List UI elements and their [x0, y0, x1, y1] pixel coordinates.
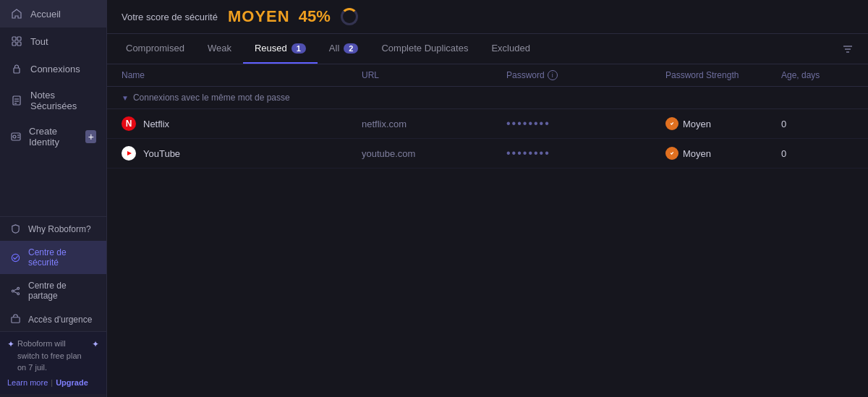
identity-icon	[10, 131, 22, 142]
name-cell-youtube: YouTube	[122, 146, 362, 161]
strength-youtube: Moyen	[665, 147, 781, 160]
tab-excluded-label: Excluded	[491, 43, 529, 54]
svg-point-14	[17, 287, 20, 289]
lock-icon	[10, 62, 23, 75]
sidebar-item-connexions[interactable]: Connexions	[0, 55, 106, 82]
strength-label-netflix: Moyen	[683, 119, 711, 129]
tab-reused-badge: 1	[292, 43, 306, 54]
svg-rect-4	[14, 68, 20, 73]
home-icon	[10, 7, 23, 20]
score-percent: 45%	[299, 7, 331, 26]
password-youtube: ••••••••	[506, 147, 665, 160]
sidebar-item-create-identity[interactable]: Create Identity +	[0, 119, 106, 155]
table-row[interactable]: YouTube youtube.com •••••••• Moyen 0	[107, 139, 868, 168]
tab-compromised[interactable]: Compromised	[114, 34, 196, 64]
sidebar-item-home[interactable]: Accueil	[0, 0, 106, 27]
name-cell-netflix: N Netflix	[122, 116, 362, 131]
table-row[interactable]: N Netflix netflix.com •••••••• Moyen 0	[107, 109, 868, 139]
group-label: Connexions avec le même mot de passe	[133, 93, 290, 103]
col-age: Age, days	[781, 70, 854, 80]
tab-excluded[interactable]: Excluded	[480, 34, 541, 64]
score-label: Votre score de sécurité	[122, 12, 218, 22]
sidebar-item-security[interactable]: Centre de sécurité	[0, 241, 106, 274]
tabs-filter-button[interactable]	[835, 39, 861, 59]
strength-icon-youtube	[665, 147, 678, 160]
emergency-label: Accès d'urgence	[28, 315, 92, 325]
tab-complete-duplicates-label: Complete Duplicates	[381, 43, 468, 54]
tab-reused[interactable]: Reused 1	[243, 34, 318, 64]
share-icon	[10, 286, 21, 296]
password-netflix: ••••••••	[506, 117, 665, 130]
col-name: Name	[122, 70, 362, 80]
group-row: ▼ Connexions avec le même mot de passe	[107, 87, 868, 109]
chevron-down-icon: ▼	[122, 94, 129, 102]
sidebar-bottom: Why Roboform? Centre de sécurité	[0, 216, 106, 397]
favicon-youtube	[122, 146, 136, 161]
svg-rect-3	[17, 42, 21, 46]
site-name-youtube: YouTube	[143, 148, 180, 159]
upgrade-banner: ✦ Roboform will switch to free plan on 7…	[0, 331, 106, 394]
tab-weak[interactable]: Weak	[196, 34, 243, 64]
site-name-netflix: Netflix	[143, 119, 169, 129]
upgrade-link[interactable]: Upgrade	[56, 377, 88, 389]
tout-label: Tout	[30, 36, 48, 47]
svg-rect-0	[12, 37, 16, 40]
url-youtube: youtube.com	[362, 148, 506, 159]
tab-complete-duplicates[interactable]: Complete Duplicates	[370, 34, 480, 64]
score-spinner	[341, 8, 358, 25]
banner-divider: |	[51, 377, 53, 389]
svg-line-17	[14, 289, 17, 290]
sidebar-item-tout[interactable]: Tout	[0, 27, 106, 55]
tab-compromised-label: Compromised	[126, 43, 184, 54]
create-identity-plus[interactable]: +	[85, 130, 96, 143]
sidebar-item-emergency[interactable]: Accès d'urgence	[0, 307, 106, 331]
svg-rect-2	[12, 42, 16, 46]
svg-line-18	[14, 291, 17, 293]
svg-point-13	[12, 254, 19, 261]
password-info-icon[interactable]: i	[548, 70, 558, 80]
tab-all[interactable]: All 2	[318, 34, 370, 64]
tab-reused-label: Reused	[255, 43, 287, 54]
spark-icon: ✦	[7, 338, 14, 351]
tab-weak-label: Weak	[208, 43, 231, 54]
tab-all-label: All	[329, 43, 339, 54]
create-identity-label: Create Identity	[29, 126, 78, 148]
svg-point-15	[12, 290, 14, 292]
notes-label: Notes Sécurisées	[30, 90, 96, 111]
svg-point-16	[17, 292, 20, 294]
tab-all-badge: 2	[344, 43, 358, 54]
strength-label-youtube: Moyen	[683, 148, 711, 159]
favicon-netflix: N	[122, 116, 136, 131]
banner-text: Roboform will switch to free plan on 7 j…	[17, 338, 88, 374]
svg-rect-1	[17, 37, 21, 40]
why-label: Why Roboform?	[28, 224, 91, 234]
connexions-label: Connexions	[30, 64, 80, 74]
tabs-bar: Compromised Weak Reused 1 All 2 Complete…	[107, 34, 868, 64]
col-password-label: Password	[506, 70, 545, 80]
security-icon	[10, 252, 21, 263]
main-content: Votre score de sécurité MOYEN 45% Compro…	[107, 0, 868, 397]
age-netflix: 0	[781, 119, 854, 129]
table-container: Name URL Password i Password Strength Ag…	[107, 64, 868, 397]
spark2-icon: ✦	[92, 338, 99, 351]
emergency-icon	[10, 314, 21, 325]
svg-rect-19	[12, 317, 20, 323]
home-label: Accueil	[30, 9, 61, 20]
col-strength: Password Strength	[665, 70, 781, 80]
url-netflix: netflix.com	[362, 119, 506, 129]
sidebar-top: Accueil Tout Connexions	[0, 0, 106, 216]
table-header: Name URL Password i Password Strength Ag…	[107, 64, 868, 87]
col-password: Password i	[506, 70, 665, 80]
col-url: URL	[362, 70, 506, 80]
score-strength: MOYEN	[228, 7, 290, 26]
strength-icon-netflix	[665, 117, 678, 130]
notes-icon	[10, 94, 23, 107]
learn-more-link[interactable]: Learn more	[7, 377, 48, 389]
sidebar-item-notes[interactable]: Notes Sécurisées	[0, 82, 106, 119]
age-youtube: 0	[781, 148, 854, 159]
topbar: Votre score de sécurité MOYEN 45%	[107, 0, 868, 34]
shield-icon	[10, 223, 21, 234]
sidebar-item-why[interactable]: Why Roboform?	[0, 217, 106, 241]
security-label: Centre de sécurité	[28, 247, 96, 268]
sidebar-item-share[interactable]: Centre de partage	[0, 274, 106, 307]
